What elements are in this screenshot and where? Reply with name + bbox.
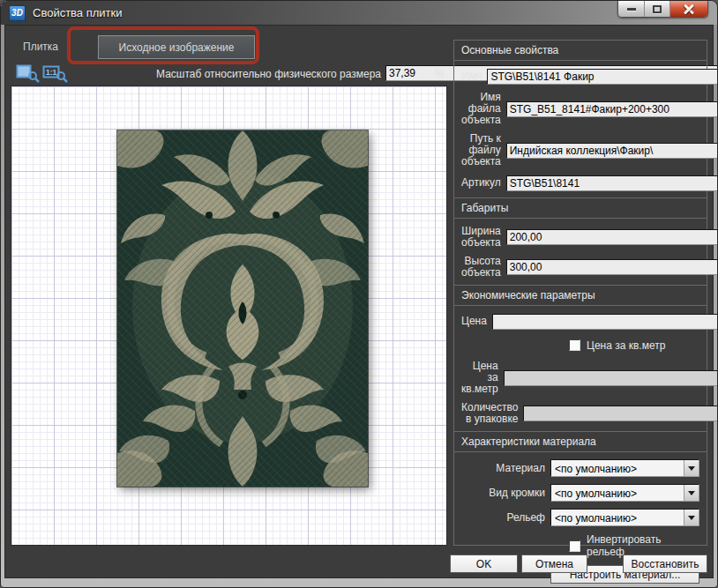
file-path-input[interactable] [506,143,718,159]
cancel-button[interactable]: Отмена [521,555,587,573]
object-width-input[interactable] [506,229,718,245]
edge-type-label: Вид кромки [461,488,545,499]
window-controls [617,1,708,18]
material-label: Материал [461,463,545,474]
section-dimensions: Габариты Ширина объекта мм Высота объект… [454,198,707,286]
zoom-actual-size-icon: 1:1 [44,67,68,83]
edge-type-select[interactable]: <по умолчанию> [550,484,699,502]
relief-select[interactable]: <по умолчанию> [550,509,699,526]
app-3d-icon: 3D [9,5,26,21]
properties-panel: Основные свойства Имя Имя файла объекта … [453,40,707,546]
ok-button[interactable]: OK [450,555,518,573]
object-height-input[interactable] [506,259,718,275]
invert-relief-checkbox[interactable] [569,540,580,552]
minimize-button[interactable] [618,1,644,17]
minimize-icon [627,8,636,11]
price-per-sqm-input [504,370,718,386]
object-height-label: Высота объекта [461,256,501,279]
relief-select-value: <по умолчанию> [551,510,684,525]
material-select-value: <по умолчанию> [551,460,684,476]
name-label: Имя [461,71,482,82]
window-title: Свойства плитки [33,6,123,19]
section-main-properties: Основные свойства Имя Имя файла объекта … [454,41,707,198]
tile-properties-window: 3D Свойства плитки Плитка Исходное изобр… [0,0,718,588]
dialog-body: Плитка Исходное изображение 1:1 Масштаб … [4,25,714,578]
close-icon [684,4,694,14]
material-select-button[interactable] [684,460,699,476]
tile-image [117,130,368,487]
svg-text:1:1: 1:1 [46,68,57,77]
article-input[interactable] [506,175,718,191]
price-label: Цена [461,316,487,327]
material-select[interactable]: <по умолчанию> [550,459,699,477]
section-header: Характеристики материала [454,432,707,452]
tab-source-image[interactable]: Исходное изображение [98,35,255,59]
titlebar[interactable]: 3D Свойства плитки [1,1,717,25]
price-per-sqm-checkbox-label: Цена за кв.метр [587,339,665,352]
section-header: Основные свойства [454,41,707,61]
price-per-sqm-checkbox[interactable] [569,339,580,351]
maximize-icon [653,5,662,13]
price-input[interactable] [492,314,718,330]
chevron-down-icon [688,516,695,524]
edge-type-select-value: <по умолчанию> [551,485,684,501]
chevron-down-icon [688,491,695,499]
file-name-label: Имя файла объекта [461,92,501,126]
price-per-sqm-label: Цена за кв.метр [461,361,498,395]
edge-type-select-button[interactable] [684,485,699,501]
image-preview-canvas[interactable] [11,86,447,546]
pack-quantity-label: Количество в упаковке [461,402,518,425]
zoom-fit-icon [18,66,40,83]
zoom-actual-size-button[interactable]: 1:1 [42,64,68,83]
maximize-button[interactable] [644,1,669,17]
tab-tile[interactable]: Плитка [23,41,58,53]
scale-unit-label: % [435,68,445,80]
section-header: Габариты [454,198,707,219]
relief-select-button[interactable] [684,510,699,525]
close-button[interactable] [669,1,707,17]
pack-quantity-input [523,406,718,421]
file-name-input[interactable] [506,101,718,117]
relief-label: Рельеф [461,512,545,524]
article-label: Артикул [461,177,501,189]
file-path-label: Путь к файлу объекта [461,133,501,167]
zoom-fit-button[interactable] [16,64,40,83]
section-economic: Экономические параметры Цена руб Цена за… [454,286,707,432]
section-header: Экономические параметры [454,286,707,306]
scale-label: Масштаб относительно физического размера [138,68,381,80]
name-input[interactable] [487,69,718,85]
restore-button[interactable]: Восстановить [623,555,707,573]
object-width-label: Ширина объекта [461,226,501,249]
chevron-down-icon [688,466,695,474]
